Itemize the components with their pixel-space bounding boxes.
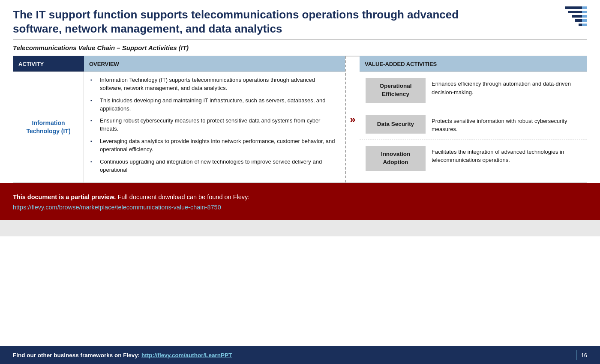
activity-column-body: Information Technology (IT) (13, 72, 84, 182)
bullet-text-4: Leveraging data analytics to provide ins… (100, 137, 339, 154)
value-label-2: Data Security (377, 120, 414, 128)
logo-line-2 (568, 11, 587, 13)
value-row-1: Operational Efficiency Enhances efficien… (360, 72, 587, 109)
overview-column-header: OVERVIEW (84, 56, 345, 72)
value-label-box-1: Operational Efficiency (366, 78, 426, 103)
logo-lines (553, 6, 587, 26)
activity-column-header: ACTIVITY (13, 56, 84, 72)
bullet-item-4: ▪ Leveraging data analytics to provide i… (90, 137, 339, 154)
bullet-icon-1: ▪ (90, 77, 96, 84)
preview-normal: Full document download can be found on F… (116, 194, 249, 200)
activity-label: Information Technology (IT) (18, 119, 79, 136)
footer-divider (576, 350, 576, 360)
value-label-box-3: Innovation Adoption (366, 146, 426, 171)
footer-link[interactable]: http://flevy.com/author/LearnPPT (141, 352, 232, 358)
value-row-3: Innovation Adoption Facilitates the inte… (360, 140, 587, 177)
page-title: The IT support function supports telecom… (13, 8, 527, 36)
subtitle: Telecommunications Value Chain – Support… (13, 44, 587, 51)
preview-link[interactable]: https://flevy.com/browse/marketplace/tel… (13, 204, 221, 211)
value-added-column: VALUE-ADDED ACTIVITIES Operational Effic… (360, 56, 587, 182)
bullet-item-2: ▪ This includes developing and maintaini… (90, 97, 339, 113)
bullet-icon-4: ▪ (90, 138, 96, 145)
logo-line-4 (575, 19, 587, 22)
overview-column-body: ▪ Information Technology (IT) supports t… (84, 72, 345, 182)
bullet-icon-5: ▪ (90, 159, 96, 165)
bullet-icon-3: ▪ (90, 118, 96, 124)
main-table: ACTIVITY Information Technology (IT) OVE… (13, 56, 587, 183)
arrow-divider: » (346, 56, 360, 182)
bullet-text-5: Continuous upgrading and integration of … (100, 158, 339, 174)
bullet-item-5: ▪ Continuous upgrading and integration o… (90, 158, 339, 174)
title-section: The IT support function supports telecom… (13, 8, 587, 40)
value-row-2: Data Security Protects sensitive informa… (360, 109, 587, 140)
overview-column: OVERVIEW ▪ Information Technology (IT) s… (84, 56, 346, 182)
value-description-2: Protects sensitive information with robu… (432, 115, 581, 134)
bullet-text-2: This includes developing and maintaining… (100, 97, 339, 113)
footer-text: Find our other business frameworks on Fl… (13, 352, 232, 358)
logo-line-5 (579, 24, 587, 26)
bullet-icon-2: ▪ (90, 98, 96, 104)
bullet-text-3: Ensuring robust cybersecurity measures t… (100, 117, 339, 133)
value-label-3: Innovation Adoption (369, 150, 422, 167)
preview-banner: This document is a partial preview. Full… (0, 183, 600, 220)
value-description-3: Facilitates the integration of advanced … (432, 146, 581, 171)
bullet-item-1: ▪ Information Technology (IT) supports t… (90, 76, 339, 92)
value-label-1: Operational Efficiency (369, 82, 422, 98)
logo-line-3 (572, 15, 587, 18)
bullet-text-1: Information Technology (IT) supports tel… (100, 76, 339, 92)
logo (553, 6, 587, 30)
activity-column: ACTIVITY Information Technology (IT) (13, 56, 84, 182)
value-added-column-body: Operational Efficiency Enhances efficien… (360, 72, 587, 182)
bullet-item-3: ▪ Ensuring robust cybersecurity measures… (90, 117, 339, 133)
footer: Find our other business frameworks on Fl… (0, 346, 600, 364)
footer-page-number: 16 (581, 352, 587, 358)
preview-bold: This document is a partial preview. (13, 194, 116, 200)
logo-line-1 (565, 6, 587, 9)
preview-text: This document is a partial preview. Full… (13, 192, 587, 212)
value-description-1: Enhances efficiency through automation a… (432, 78, 581, 103)
value-added-column-header: VALUE-ADDED ACTIVITIES (360, 56, 587, 72)
white-stripe (0, 220, 600, 236)
value-label-box-2: Data Security (366, 115, 426, 134)
arrow-icon: » (350, 113, 355, 125)
